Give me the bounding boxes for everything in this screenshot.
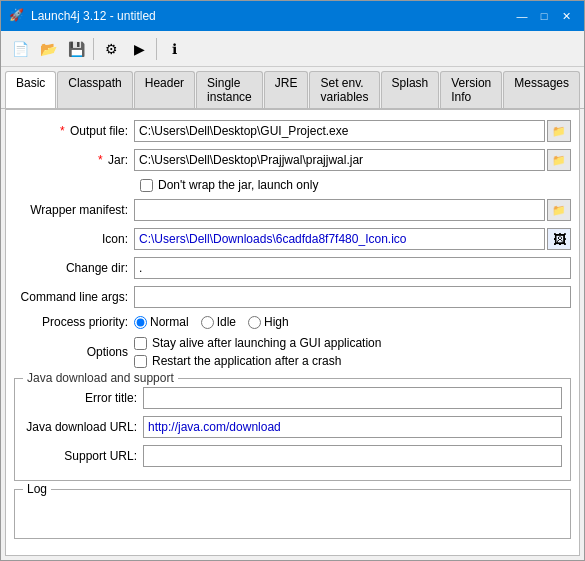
error-title-label: Error title: — [23, 391, 143, 405]
output-file-row: * Output file: 📁 — [14, 120, 571, 142]
options-checkboxes: Stay alive after launching a GUI applica… — [134, 336, 381, 368]
info-button[interactable]: ℹ — [161, 36, 187, 62]
jar-row: * Jar: 📁 — [14, 149, 571, 171]
jar-input[interactable] — [134, 149, 545, 171]
content-panel: * Output file: 📁 * Jar: 📁 Don't wrap the… — [5, 109, 580, 556]
options-row: Options Stay alive after launching a GUI… — [14, 336, 571, 368]
title-bar: 🚀 Launch4j 3.12 - untitled — □ ✕ — [1, 1, 584, 31]
priority-idle-item[interactable]: Idle — [201, 315, 236, 329]
priority-high-radio[interactable] — [248, 316, 261, 329]
output-file-label: * Output file: — [14, 124, 134, 138]
tab-bar: Basic Classpath Header Single instance J… — [1, 67, 584, 109]
tab-messages[interactable]: Messages — [503, 71, 580, 108]
tab-version-info[interactable]: Version Info — [440, 71, 502, 108]
cmd-args-row: Command line args: — [14, 286, 571, 308]
icon-browse-button[interactable]: 🖼 — [547, 228, 571, 250]
priority-high-label: High — [264, 315, 289, 329]
dont-wrap-label: Don't wrap the jar, launch only — [158, 178, 318, 192]
main-window: 🚀 Launch4j 3.12 - untitled — □ ✕ 📄 📂 💾 ⚙… — [0, 0, 585, 561]
change-dir-input[interactable] — [134, 257, 571, 279]
log-title: Log — [23, 482, 51, 496]
title-bar-left: 🚀 Launch4j 3.12 - untitled — [9, 8, 156, 24]
java-download-url-input[interactable] — [143, 416, 562, 438]
java-download-url-label: Java download URL: — [23, 420, 143, 434]
settings-button[interactable]: ⚙ — [98, 36, 124, 62]
priority-radio-group: Normal Idle High — [134, 315, 289, 329]
required-star-2: * — [98, 153, 103, 167]
output-file-input[interactable] — [134, 120, 545, 142]
jar-browse-button[interactable]: 📁 — [547, 149, 571, 171]
cmd-args-input[interactable] — [134, 286, 571, 308]
jar-label: * Jar: — [14, 153, 134, 167]
java-support-title: Java download and support — [23, 371, 178, 385]
icon-row: Icon: 🖼 — [14, 228, 571, 250]
support-url-label: Support URL: — [23, 449, 143, 463]
required-star: * — [60, 124, 65, 138]
minimize-button[interactable]: — — [512, 6, 532, 26]
support-url-row: Support URL: — [23, 445, 562, 467]
toolbar-separator-2 — [156, 38, 157, 60]
wrapper-manifest-input[interactable] — [134, 199, 545, 221]
run-button[interactable]: ▶ — [126, 36, 152, 62]
restart-checkbox[interactable] — [134, 355, 147, 368]
stay-alive-row: Stay alive after launching a GUI applica… — [134, 336, 381, 350]
process-priority-row: Process priority: Normal Idle High — [14, 315, 571, 329]
wrapper-manifest-browse-button[interactable]: 📁 — [547, 199, 571, 221]
options-label: Options — [14, 345, 134, 359]
java-support-section: Java download and support Error title: J… — [14, 378, 571, 481]
window-title: Launch4j 3.12 - untitled — [31, 9, 156, 23]
tab-set-env[interactable]: Set env. variables — [309, 71, 379, 108]
java-download-url-row: Java download URL: — [23, 416, 562, 438]
tab-splash[interactable]: Splash — [381, 71, 440, 108]
cmd-args-label: Command line args: — [14, 290, 134, 304]
dont-wrap-checkbox[interactable] — [140, 179, 153, 192]
toolbar: 📄 📂 💾 ⚙ ▶ ℹ — [1, 31, 584, 67]
app-icon: 🚀 — [9, 8, 25, 24]
log-section: Log — [14, 489, 571, 539]
icon-label: Icon: — [14, 232, 134, 246]
icon-input[interactable] — [134, 228, 545, 250]
change-dir-label: Change dir: — [14, 261, 134, 275]
log-content — [23, 496, 562, 532]
priority-normal-item[interactable]: Normal — [134, 315, 189, 329]
priority-high-item[interactable]: High — [248, 315, 289, 329]
priority-normal-radio[interactable] — [134, 316, 147, 329]
tab-header[interactable]: Header — [134, 71, 195, 108]
priority-idle-label: Idle — [217, 315, 236, 329]
wrapper-manifest-label: Wrapper manifest: — [14, 203, 134, 217]
support-url-input[interactable] — [143, 445, 562, 467]
error-title-input[interactable] — [143, 387, 562, 409]
wrapper-manifest-row: Wrapper manifest: 📁 — [14, 199, 571, 221]
open-button[interactable]: 📂 — [35, 36, 61, 62]
new-button[interactable]: 📄 — [7, 36, 33, 62]
save-button[interactable]: 💾 — [63, 36, 89, 62]
stay-alive-checkbox[interactable] — [134, 337, 147, 350]
priority-normal-label: Normal — [150, 315, 189, 329]
tab-basic[interactable]: Basic — [5, 71, 56, 108]
change-dir-row: Change dir: — [14, 257, 571, 279]
error-title-row: Error title: — [23, 387, 562, 409]
toolbar-separator — [93, 38, 94, 60]
tab-classpath[interactable]: Classpath — [57, 71, 132, 108]
maximize-button[interactable]: □ — [534, 6, 554, 26]
dont-wrap-row: Don't wrap the jar, launch only — [14, 178, 571, 192]
priority-idle-radio[interactable] — [201, 316, 214, 329]
stay-alive-label: Stay alive after launching a GUI applica… — [152, 336, 381, 350]
tab-jre[interactable]: JRE — [264, 71, 309, 108]
title-controls: — □ ✕ — [512, 6, 576, 26]
process-priority-label: Process priority: — [14, 315, 134, 329]
close-button[interactable]: ✕ — [556, 6, 576, 26]
tab-single-instance[interactable]: Single instance — [196, 71, 263, 108]
restart-row: Restart the application after a crash — [134, 354, 381, 368]
restart-label: Restart the application after a crash — [152, 354, 341, 368]
output-file-browse-button[interactable]: 📁 — [547, 120, 571, 142]
